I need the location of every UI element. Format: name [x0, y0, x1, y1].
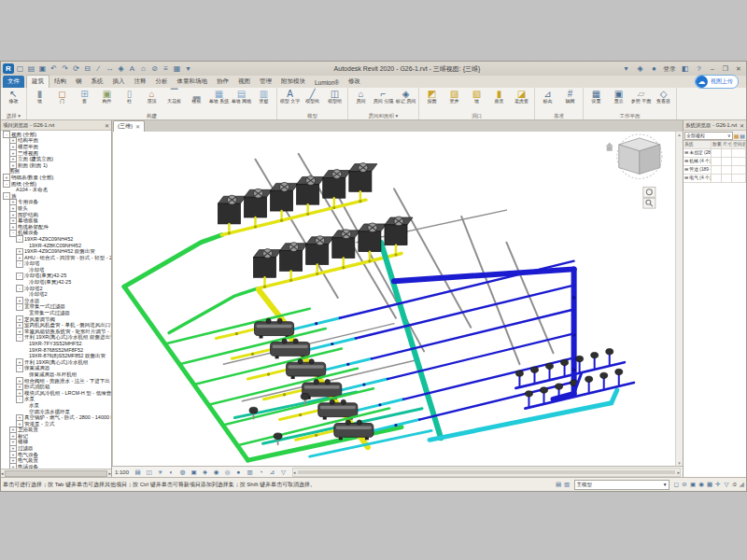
ribbon-button[interactable]: ↖修改	[3, 89, 24, 111]
select-pinned-icon[interactable]: ◉	[698, 481, 706, 488]
ribbon-tab-11[interactable]: 管理	[255, 76, 276, 88]
worksharing-display-icon[interactable]: ▥	[245, 468, 255, 477]
ribbon-button[interactable]: #轴网	[559, 89, 581, 111]
tree-item[interactable]: -水泵	[1, 397, 111, 403]
ribbon-button[interactable]: ▱参照 平面	[630, 89, 652, 111]
ribbon-button[interactable]: ▮垂直	[488, 89, 510, 111]
ribbon-button[interactable]: ⊞窗	[74, 89, 95, 111]
help-icon[interactable]: ?	[694, 63, 704, 74]
sun-path-icon[interactable]: ☀	[155, 468, 165, 477]
model-3d-view[interactable]	[113, 132, 683, 466]
communication-center-icon[interactable]: ◈	[635, 63, 645, 74]
measure-icon[interactable]: ∕	[93, 63, 104, 74]
system-row[interactable]: ⊞ 管道 (189 个...)	[684, 166, 746, 175]
constraints-icon[interactable]: ▽	[278, 468, 289, 477]
ribbon-tab-10[interactable]: 视图	[233, 76, 255, 88]
collapse-all-icon[interactable]: ▤	[740, 133, 745, 139]
detail-level-icon[interactable]: ▤	[133, 468, 143, 477]
search-icon[interactable]: ▾	[621, 63, 631, 74]
ribbon-button[interactable]: ▤幕墙 网格	[231, 89, 252, 111]
navigation-bar[interactable]	[643, 187, 655, 208]
minimize-button[interactable]: –	[708, 65, 717, 72]
design-options-icon[interactable]: ▥	[563, 481, 571, 488]
ribbon-tab-3[interactable]: 钢	[71, 76, 87, 88]
system-row[interactable]: ⊞ 电气 (4 个系统)	[684, 175, 746, 183]
ribbon-button[interactable]: ◻门	[51, 89, 73, 111]
ribbon-button[interactable]: ▣显示	[608, 89, 629, 111]
ribbon-button[interactable]: ⌂房间	[350, 89, 372, 111]
ribbon-tab-7[interactable]: 分析	[151, 76, 173, 88]
viewcube-home-icon[interactable]	[606, 143, 613, 151]
column-header[interactable]: 尺寸	[722, 141, 732, 148]
ribbon-button[interactable]: ⌐房间 分隔	[373, 89, 394, 111]
ribbon-button[interactable]: ◫模型组	[324, 89, 345, 111]
app-store-icon[interactable]: ◧	[680, 63, 690, 74]
default-3d-view-icon[interactable]: ⌂	[138, 63, 148, 74]
ribbon-tab-8[interactable]: 体量和场地	[173, 76, 213, 88]
print-icon[interactable]: ⊟	[82, 63, 92, 74]
avatar-icon[interactable]: ●	[649, 63, 659, 74]
shadows-icon[interactable]: ◐	[166, 468, 176, 477]
ribbon-button[interactable]: ▣构件	[96, 89, 118, 111]
column-header[interactable]: 系统	[684, 141, 712, 148]
view-tab-3d[interactable]: {三维} ✕	[113, 120, 145, 132]
resize-grip[interactable]: ◢	[740, 481, 744, 488]
ribbon-button[interactable]: ◪老虎窗	[511, 89, 532, 111]
ribbon-tab-9[interactable]: 协作	[212, 76, 233, 88]
ribbon-button[interactable]: ▨竖井	[444, 89, 465, 111]
tree-item[interactable]: -19XR-4Z9C09NH452	[1, 236, 111, 243]
sync-icon[interactable]: ⟳	[71, 63, 81, 74]
tree-item[interactable]: -冷却塔	[1, 260, 111, 267]
ribbon-button[interactable]: ▥竖梃	[253, 89, 275, 111]
ribbon-button[interactable]: ▯柱	[119, 89, 140, 111]
analytical-model-icon[interactable]: ⊿	[267, 468, 277, 477]
ribbon-button[interactable]: ◇查看器	[653, 89, 674, 111]
viewcube[interactable]	[606, 134, 662, 178]
ribbon-button[interactable]: ▧墙	[466, 89, 487, 111]
ribbon-button[interactable]: ▮墙	[29, 89, 50, 111]
customize-icon[interactable]: ▾	[183, 63, 193, 74]
ribbon-button[interactable]: ▂楼板	[186, 89, 207, 111]
system-row[interactable]: ⊞ 机械 (4 个系统)	[684, 158, 746, 166]
select-links-icon[interactable]: ⊘	[681, 481, 689, 488]
ribbon-button[interactable]: ▦幕墙 系统	[208, 89, 230, 111]
show-crop-icon[interactable]: ◈	[200, 468, 210, 477]
drawing-area[interactable]: ▴▾	[112, 132, 683, 466]
worksets-icon[interactable]: ▤	[555, 481, 563, 488]
ribbon-tab-14[interactable]: 修改	[344, 76, 365, 88]
upload-button[interactable]: ☁ 视图上传	[695, 75, 739, 89]
revit-logo[interactable]: R	[3, 63, 14, 74]
tree-item[interactable]: A104 - 未命名	[1, 187, 111, 193]
open-icon[interactable]: ▤	[26, 63, 36, 74]
tree-item[interactable]: 19XR-7FY3S52MHF52	[1, 341, 111, 347]
tree-item[interactable]: -开利 19XR(离心式)冷水机组 双侧进出管	[1, 335, 111, 342]
scale-control[interactable]: 1:100	[115, 469, 129, 475]
design-options-dropdown[interactable]: 主模型▾	[574, 480, 669, 490]
crop-view-icon[interactable]: ▣	[189, 468, 199, 477]
close-button[interactable]: ✕	[734, 65, 743, 73]
select-underlay-icon[interactable]: ▣	[689, 481, 698, 488]
select-by-face-icon[interactable]: ▦	[706, 481, 714, 488]
aligned-dimension-icon[interactable]: ↔	[105, 63, 115, 74]
lock-view-icon[interactable]: ◉	[211, 468, 221, 477]
save-icon[interactable]: ▣	[37, 63, 48, 74]
view-tab-close-icon[interactable]: ✕	[135, 123, 140, 130]
ribbon-tab-6[interactable]: 注释	[130, 76, 151, 88]
ribbon-tab-5[interactable]: 插入	[108, 76, 130, 88]
reveal-hidden-icon[interactable]: ●	[233, 468, 244, 477]
visual-style-icon[interactable]: ◫	[144, 468, 154, 477]
editable-only-icon[interactable]: ◻	[672, 481, 681, 488]
ribbon-button[interactable]: ╱模型线	[302, 89, 323, 111]
expand-all-icon[interactable]: ▦	[734, 133, 740, 139]
section-icon[interactable]: ⊘	[149, 63, 160, 74]
drag-on-selection-icon[interactable]: ✛	[714, 481, 723, 488]
project-browser-hscrollbar[interactable]: ◂▸	[1, 469, 111, 477]
ribbon-button[interactable]: ⊿标高	[537, 89, 558, 111]
ribbon-button[interactable]: ⌂屋顶	[141, 89, 162, 111]
ribbon-tab-4[interactable]: 系统	[87, 76, 108, 88]
ribbon-tab-12[interactable]: 附加模块	[276, 76, 310, 88]
system-row[interactable]: ⊞ 未指定 (28 项)	[684, 149, 746, 158]
ribbon-tab-file[interactable]: 文件	[3, 76, 24, 88]
filter-icon[interactable]: ▽	[723, 481, 731, 488]
system-browser-close-icon[interactable]: ✕	[740, 122, 744, 129]
